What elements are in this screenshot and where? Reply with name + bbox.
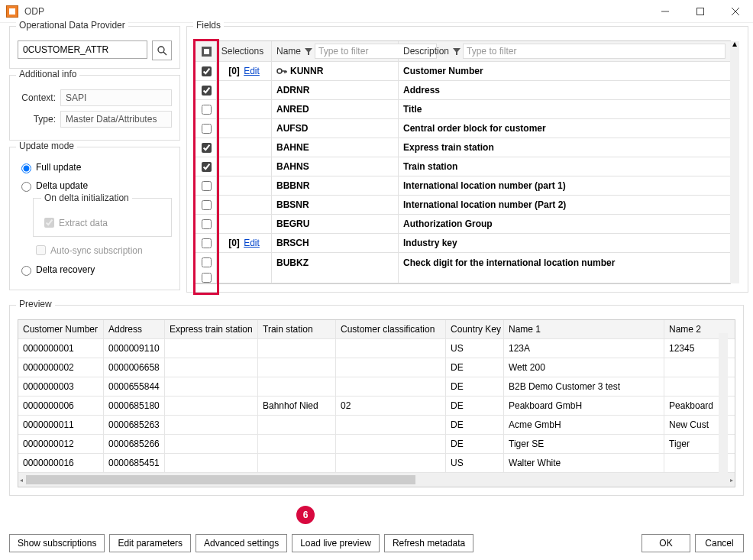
field-row[interactable]: [0] EditKUNNRCustomer Number <box>196 62 730 81</box>
context-value: SAPI <box>60 89 172 106</box>
app-icon <box>6 5 18 18</box>
field-row-checkbox[interactable] <box>202 143 212 153</box>
preview-cell: 0000685263 <box>104 416 165 434</box>
field-description: Check digit for the international locati… <box>403 257 615 268</box>
delta-recovery-radio[interactable] <box>21 266 31 276</box>
preview-column-header[interactable]: Train station <box>258 320 336 338</box>
provider-search-button[interactable] <box>152 40 172 60</box>
full-update-label: Full update <box>36 162 81 173</box>
load-live-preview-button[interactable]: Load live preview <box>292 534 380 552</box>
description-header[interactable]: Description <box>403 46 449 57</box>
preview-column-header[interactable]: Name 1 <box>504 320 664 338</box>
field-row-checkbox[interactable] <box>202 86 212 95</box>
preview-cell: 0000000006 <box>18 397 104 415</box>
preview-cell: 0000000001 <box>18 339 104 358</box>
selections-header[interactable]: Selections <box>221 46 263 57</box>
svg-point-6 <box>277 69 282 73</box>
minimize-button[interactable] <box>648 0 683 23</box>
description-filter-input[interactable] <box>463 44 726 59</box>
preview-cell: Tiger <box>664 435 718 453</box>
svg-line-5 <box>163 52 166 55</box>
close-button[interactable] <box>718 0 753 23</box>
field-row-checkbox[interactable] <box>202 105 212 115</box>
preview-column-header[interactable]: Customer Number <box>18 320 104 338</box>
field-row[interactable]: ANREDTitle <box>196 100 730 119</box>
preview-cell <box>336 416 446 434</box>
preview-cell: Bahnhof Nied <box>258 397 336 415</box>
preview-column-header[interactable]: Name 2 <box>664 320 718 338</box>
show-subscriptions-button[interactable]: Show subscriptions <box>9 534 105 552</box>
preview-cell <box>258 454 336 472</box>
field-row-checkbox[interactable] <box>202 200 212 210</box>
name-header[interactable]: Name <box>276 46 301 57</box>
field-row-checkbox[interactable] <box>202 66 212 76</box>
preview-row[interactable]: 00000000020000006658DEWett 200 <box>18 358 735 377</box>
full-update-radio[interactable] <box>21 163 31 173</box>
preview-row[interactable]: 00000000060000685180Bahnhof Nied02DEPeak… <box>18 397 735 416</box>
maximize-button[interactable] <box>683 0 718 23</box>
edit-selection-link[interactable]: Edit <box>244 66 260 76</box>
field-row[interactable]: BUBKZCheck digit for the international l… <box>196 253 730 272</box>
cancel-button[interactable]: Cancel <box>695 534 744 552</box>
field-row-checkbox[interactable] <box>202 238 212 248</box>
preview-cell: 0000000003 <box>18 377 104 396</box>
preview-row[interactable]: 00000000160000685451USWalter White <box>18 454 735 473</box>
search-icon <box>157 45 167 56</box>
preview-cell <box>336 377 446 396</box>
preview-cell: DE <box>446 358 504 377</box>
preview-column-header[interactable]: Country Key <box>446 320 504 338</box>
select-all-checkbox[interactable] <box>202 47 212 57</box>
preview-cell: 0000006658 <box>104 358 165 377</box>
edit-parameters-button[interactable]: Edit parameters <box>109 534 191 552</box>
field-row-checkbox[interactable] <box>202 181 212 191</box>
preview-cell: 0000000002 <box>18 358 104 377</box>
field-row[interactable]: AUFSDCentral order block for customer <box>196 119 730 138</box>
preview-cell <box>165 454 258 472</box>
field-row[interactable]: BAHNEExpress train station <box>196 138 730 157</box>
field-row-checkbox[interactable] <box>202 219 212 229</box>
preview-cell: DE <box>446 416 504 434</box>
preview-row[interactable]: 00000000030000655844DEB2B Demo Customer … <box>18 377 735 397</box>
field-row[interactable]: BBBNRInternational location number (part… <box>196 176 730 196</box>
preview-row[interactable]: 00000000010000009110US123A12345 <box>18 339 735 358</box>
field-row-checkbox[interactable] <box>202 124 212 134</box>
preview-column-header[interactable]: Customer classification <box>336 320 446 338</box>
edit-selection-link[interactable]: Edit <box>244 238 260 248</box>
preview-row[interactable]: 00000000120000685266DETiger SETiger <box>18 435 735 454</box>
field-row-checkbox[interactable] <box>202 257 212 267</box>
preview-cell: 0000685266 <box>104 435 165 453</box>
field-row[interactable]: BEGRUAuthorization Group <box>196 215 730 234</box>
preview-cell <box>165 358 258 377</box>
provider-input[interactable] <box>18 40 147 59</box>
addinfo-legend: Additional info <box>16 69 79 79</box>
delta-recovery-label: Delta recovery <box>36 264 95 275</box>
preview-vscrollbar[interactable] <box>719 333 728 474</box>
preview-cell: New Cust <box>664 416 718 434</box>
preview-cell <box>336 339 446 358</box>
refresh-metadata-button[interactable]: Refresh metadata <box>384 534 473 552</box>
autosync-label: Auto-sync subscription <box>50 245 143 256</box>
field-row[interactable]: BBSNRInternational location number (Part… <box>196 196 730 215</box>
on-delta-legend: On delta initialization <box>41 193 132 203</box>
preview-column-header[interactable]: Express train station <box>165 320 258 338</box>
preview-column-header[interactable]: Address <box>104 320 165 338</box>
fields-scrollbar[interactable]: ▴ <box>730 41 739 283</box>
delta-update-radio[interactable] <box>21 182 31 192</box>
field-description: Express train station <box>403 142 494 153</box>
field-row[interactable]: ADRNRAddress <box>196 81 730 100</box>
ok-button[interactable]: OK <box>642 534 690 552</box>
field-row-checkbox[interactable] <box>202 273 212 283</box>
preview-row[interactable]: 00000000110000685263DEAcme GmbHNew Cust <box>18 416 735 435</box>
odp-group: Operational Data Provider <box>9 26 180 69</box>
preview-hscrollbar[interactable]: ◂ ▸ <box>18 473 735 487</box>
preview-cell: 0000685451 <box>104 454 165 472</box>
update-mode-group: Update mode Full update Delta update On … <box>9 147 180 290</box>
field-row[interactable]: BAHNSTrain station <box>196 157 730 176</box>
field-name: BRSCH <box>276 238 309 248</box>
field-row[interactable]: [0] EditBRSCHIndustry key <box>196 234 730 253</box>
footer: Show subscriptions Edit parameters Advan… <box>9 534 744 552</box>
preview-cell: 12345 <box>664 339 718 358</box>
advanced-settings-button[interactable]: Advanced settings <box>196 534 287 552</box>
field-row-checkbox[interactable] <box>202 162 212 172</box>
field-name: BBSNR <box>276 199 309 210</box>
